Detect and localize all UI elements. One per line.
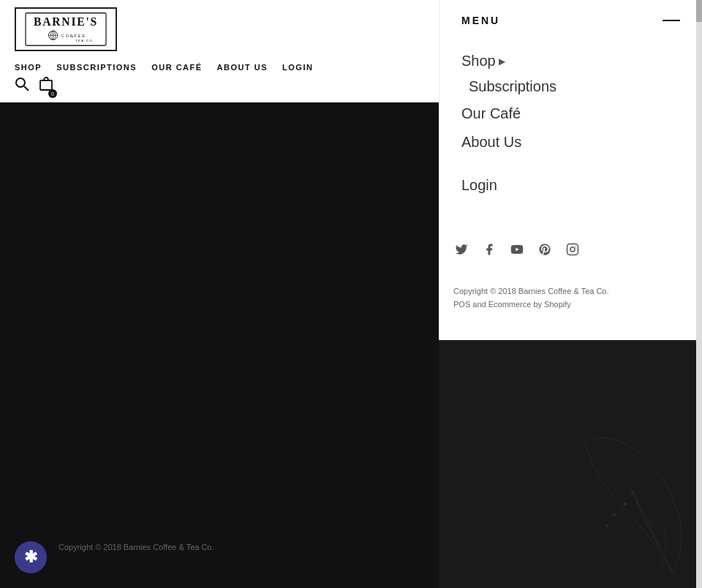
svg-rect-13	[567, 244, 578, 255]
header-top: BARNIE'S COFFEE TEA CO.	[15, 7, 424, 57]
search-icon[interactable]	[15, 77, 29, 94]
svg-line-10	[24, 86, 29, 91]
panel-copyright: Copyright © 2018 Barnies Coffee & Tea Co…	[453, 285, 609, 311]
logo[interactable]: BARNIE'S COFFEE TEA CO.	[15, 7, 117, 51]
leaf-decoration	[541, 369, 702, 588]
svg-point-14	[570, 247, 575, 252]
svg-point-8	[72, 36, 73, 37]
menu-item-shop[interactable]: Shop ▶	[461, 48, 680, 74]
svg-point-18	[632, 492, 634, 494]
nav-row: SHOP SUBSCRIPTIONS OUR CAFÉ ABOUT US LOG…	[15, 57, 424, 72]
menu-our-cafe-label: Our Café	[461, 105, 521, 122]
svg-text:BARNIE'S: BARNIE'S	[34, 15, 98, 28]
dark-content-area	[0, 102, 439, 588]
dark-right-section	[439, 340, 702, 588]
pinterest-icon[interactable]	[537, 241, 553, 257]
nav-icons: 0	[15, 76, 424, 95]
menu-separator	[461, 157, 680, 171]
menu-item-login[interactable]: Login	[461, 171, 680, 200]
nav-subscriptions[interactable]: SUBSCRIPTIONS	[56, 63, 137, 72]
svg-point-15	[575, 246, 576, 247]
nav-our-cafe[interactable]: OUR CAFÉ	[151, 63, 202, 72]
svg-point-19	[606, 525, 608, 527]
youtube-icon[interactable]	[509, 241, 525, 257]
menu-items-list: Shop ▶ Subscriptions Our Café About Us L…	[461, 48, 680, 200]
panel-copyright-line1: Copyright © 2018 Barnies Coffee & Tea Co…	[453, 285, 609, 298]
logo-box: BARNIE'S COFFEE TEA CO.	[15, 7, 117, 51]
facebook-icon[interactable]	[481, 241, 497, 257]
menu-panel-header: MENU	[461, 15, 680, 26]
menu-item-subscriptions[interactable]: Subscriptions	[461, 74, 680, 99]
cart-icon[interactable]: 0	[38, 76, 54, 95]
svg-point-9	[16, 78, 25, 87]
scrollbar[interactable]	[696, 0, 702, 588]
panel-copyright-line2: POS and Ecommerce by Shopify	[453, 298, 609, 312]
site-header: BARNIE'S COFFEE TEA CO. SHOP SUBSCRIPTIO…	[0, 0, 439, 102]
scrollbar-thumb[interactable]	[696, 0, 702, 22]
svg-text:COFFEE: COFFEE	[61, 34, 86, 38]
svg-rect-11	[40, 80, 52, 90]
social-icons-row	[453, 241, 581, 257]
menu-close-button[interactable]	[663, 20, 680, 21]
svg-point-16	[613, 513, 616, 516]
menu-title: MENU	[461, 15, 500, 26]
twitter-icon[interactable]	[453, 241, 469, 257]
menu-subscriptions-label: Subscriptions	[469, 78, 556, 94]
footer-copyright: Copyright © 2018 Barnies Coffee & Tea Co…	[58, 543, 214, 551]
shop-group: Shop ▶ Subscriptions	[461, 48, 680, 99]
arrow-right-icon: ▶	[499, 56, 505, 67]
svg-point-17	[624, 502, 627, 505]
nav-login[interactable]: LOGIN	[282, 63, 313, 72]
menu-item-our-cafe[interactable]: Our Café	[461, 99, 680, 128]
menu-login-label: Login	[461, 177, 497, 193]
menu-shop-label: Shop	[461, 53, 496, 69]
asterisk-icon: ✱	[24, 548, 37, 567]
cart-badge: 0	[48, 89, 57, 98]
nav-shop[interactable]: SHOP	[15, 63, 42, 72]
svg-text:TEA CO.: TEA CO.	[75, 39, 94, 42]
asterisk-badge[interactable]: ✱	[15, 541, 47, 573]
menu-item-about-us[interactable]: About Us	[461, 128, 680, 157]
menu-about-us-label: About Us	[461, 134, 521, 151]
footer-copyright-text: Copyright © 2018 Barnies Coffee & Tea Co…	[58, 543, 214, 551]
logo-svg: BARNIE'S COFFEE TEA CO.	[18, 12, 113, 47]
nav-about-us[interactable]: ABOUT US	[217, 63, 268, 72]
instagram-icon[interactable]	[565, 241, 581, 257]
